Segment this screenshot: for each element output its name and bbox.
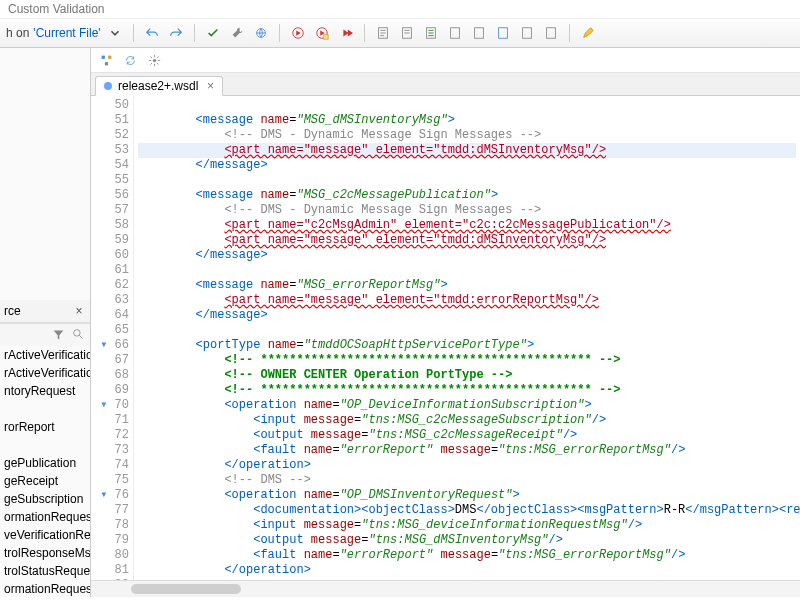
sidebar-item[interactable]: rActiveVerification xyxy=(0,346,90,364)
run-icon[interactable] xyxy=(288,23,308,43)
doc-7-icon[interactable] xyxy=(517,23,537,43)
editor-mini-toolbar xyxy=(91,48,800,73)
redo-icon[interactable] xyxy=(166,23,186,43)
doc-6-icon[interactable] xyxy=(493,23,513,43)
search-label: h on xyxy=(6,26,29,40)
sidebar-item[interactable]: trolStatusReques xyxy=(0,562,90,580)
file-icon xyxy=(104,82,112,90)
svg-rect-13 xyxy=(101,55,104,58)
search-icon[interactable] xyxy=(70,327,86,343)
svg-rect-14 xyxy=(108,55,111,58)
tab-close-icon[interactable]: × xyxy=(204,80,216,92)
sidebar-item[interactable]: gePublication xyxy=(0,454,90,472)
sidebar-item[interactable]: ntoryRequest xyxy=(0,382,90,400)
svg-point-12 xyxy=(73,330,80,337)
wrench-icon[interactable] xyxy=(227,23,247,43)
search-scope-label: 'Current File' xyxy=(33,26,100,40)
main-toolbar: h on 'Current File' xyxy=(0,19,800,48)
doc-5-icon[interactable] xyxy=(469,23,489,43)
tab-title: release2+.wsdl xyxy=(118,79,198,93)
horizontal-scrollbar[interactable] xyxy=(91,580,800,597)
refresh-icon[interactable] xyxy=(121,51,139,69)
doc-icon[interactable] xyxy=(373,23,393,43)
sidebar-item[interactable]: rActiveVerification xyxy=(0,364,90,382)
scrollbar-thumb[interactable] xyxy=(131,584,241,594)
sidebar-panel-title[interactable]: rce × xyxy=(0,300,90,323)
editor-area: release2+.wsdl × 50515253545556575859606… xyxy=(91,48,800,597)
close-icon[interactable]: × xyxy=(72,304,86,318)
sidebar-item[interactable]: ormationRequest xyxy=(0,508,90,526)
svg-point-16 xyxy=(152,58,155,61)
svg-rect-9 xyxy=(498,28,507,39)
code-editor[interactable]: 50515253545556575859606162636465▾ 666768… xyxy=(91,96,800,580)
code-text[interactable]: <message name="MSG_dMSInventoryMsg"> <!-… xyxy=(134,96,800,580)
editor-tabstrip: release2+.wsdl × xyxy=(91,73,800,96)
sidebar-item[interactable]: geSubscription xyxy=(0,490,90,508)
sidebar-item[interactable]: trolResponseMsg xyxy=(0,544,90,562)
globe-icon[interactable] xyxy=(251,23,271,43)
svg-rect-11 xyxy=(546,28,555,39)
sidebar-item[interactable]: veVerificationRes xyxy=(0,526,90,544)
gear-icon[interactable] xyxy=(145,51,163,69)
doc-8-icon[interactable] xyxy=(541,23,561,43)
filter-icon[interactable] xyxy=(50,327,66,343)
svg-rect-8 xyxy=(474,28,483,39)
line-gutter: 50515253545556575859606162636465▾ 666768… xyxy=(91,96,134,580)
run-3-icon[interactable] xyxy=(336,23,356,43)
sidebar: rce × rActiveVerificationrActiveVerifica… xyxy=(0,48,91,597)
undo-icon[interactable] xyxy=(142,23,162,43)
sidebar-item[interactable] xyxy=(0,436,90,454)
svg-rect-3 xyxy=(323,35,327,39)
validate-icon[interactable] xyxy=(203,23,223,43)
tree-icon[interactable] xyxy=(97,51,115,69)
validation-label: Custom Validation xyxy=(0,0,800,19)
sidebar-filter-row xyxy=(0,323,90,346)
tab-release2-wsdl[interactable]: release2+.wsdl × xyxy=(95,76,223,96)
doc-2-icon[interactable] xyxy=(397,23,417,43)
sidebar-title-text: rce xyxy=(4,304,21,318)
sidebar-item[interactable]: geReceipt xyxy=(0,472,90,490)
sidebar-list: rActiveVerificationrActiveVerificationnt… xyxy=(0,346,90,598)
svg-rect-10 xyxy=(522,28,531,39)
sidebar-item[interactable]: rorReport xyxy=(0,418,90,436)
svg-rect-15 xyxy=(104,62,107,65)
run-2-icon[interactable] xyxy=(312,23,332,43)
doc-4-icon[interactable] xyxy=(445,23,465,43)
pencil-icon[interactable] xyxy=(578,23,598,43)
sidebar-item[interactable] xyxy=(0,400,90,418)
doc-3-icon[interactable] xyxy=(421,23,441,43)
svg-rect-7 xyxy=(450,28,459,39)
dropdown-icon[interactable] xyxy=(105,23,125,43)
sidebar-item[interactable]: ormationReques xyxy=(0,580,90,598)
